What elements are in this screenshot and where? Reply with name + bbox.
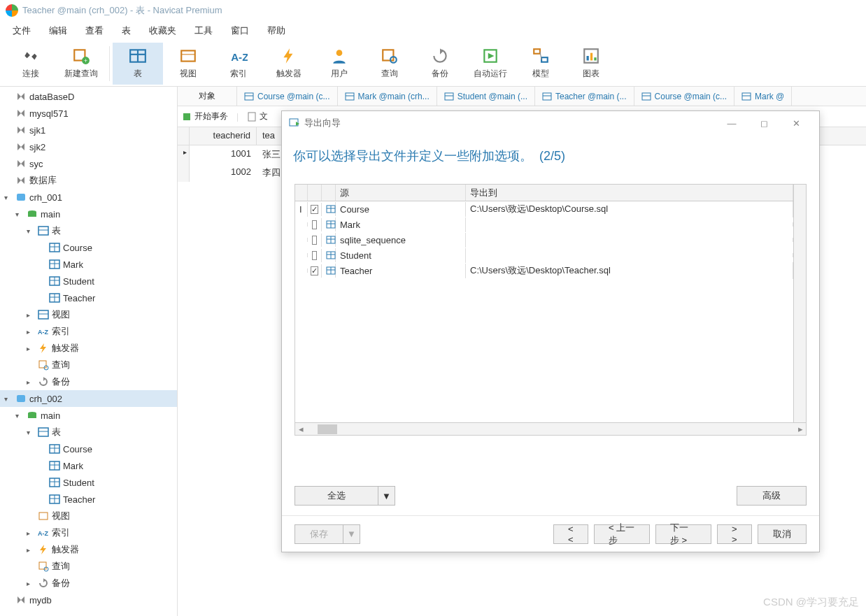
tree-item-表[interactable]: ▾表 xyxy=(0,424,177,440)
cancel-button[interactable]: 取消 xyxy=(758,524,807,544)
tool-view[interactable]: 视图 xyxy=(163,43,213,85)
dest-cell[interactable] xyxy=(466,253,793,257)
select-all-dropdown[interactable]: ▼ xyxy=(378,486,395,506)
dest-cell[interactable]: C:\Users\致远\Desktop\Teacher.sql xyxy=(466,262,793,279)
tool-connect[interactable]: 连接 xyxy=(6,43,56,85)
tool-user[interactable]: 用户 xyxy=(314,43,364,85)
tool-table[interactable]: 表 xyxy=(113,43,163,85)
tree-item-main[interactable]: ▾main xyxy=(0,407,177,424)
source-cell[interactable]: Student xyxy=(336,248,466,263)
tree-item-Student[interactable]: Student xyxy=(0,273,177,289)
vertical-scrollbar[interactable] xyxy=(793,185,806,422)
tree-item-dataBaseD[interactable]: dataBaseD xyxy=(0,88,177,105)
row-checkbox[interactable]: ✓ xyxy=(308,203,322,216)
save-dropdown[interactable]: ▼ xyxy=(343,524,360,544)
tree-item-索引[interactable]: ▸A-Z索引 xyxy=(0,524,177,541)
tree-item-Teacher[interactable]: Teacher xyxy=(0,491,177,508)
source-cell[interactable]: sqlite_sequence xyxy=(336,233,466,248)
tree-item-表[interactable]: ▾表 xyxy=(0,222,177,239)
export-row[interactable]: sqlite_sequence xyxy=(295,232,793,248)
tree-item-触发器[interactable]: ▸触发器 xyxy=(0,541,177,558)
tree-item-查询[interactable]: 查询 xyxy=(0,558,177,575)
row-checkbox[interactable]: ✓ xyxy=(308,264,322,278)
sidebar-tree[interactable]: dataBaseDmysql571sjk1sjk2syc数据库▾crh_001▾… xyxy=(0,87,178,616)
tree-item-Course[interactable]: Course xyxy=(0,440,177,457)
close-button[interactable]: ✕ xyxy=(780,112,812,134)
tree-item-触发器[interactable]: ▸触发器 xyxy=(0,340,177,357)
menu-file[interactable]: 文件 xyxy=(4,22,39,40)
tab-item[interactable]: Teacher @main (... xyxy=(535,87,634,106)
tree-item-crh_001[interactable]: ▾crh_001 xyxy=(0,189,177,206)
tree-item-索引[interactable]: ▸A-Z索引 xyxy=(0,323,177,340)
begin-transaction-button[interactable]: 开始事务 xyxy=(182,110,228,122)
first-button[interactable]: < < xyxy=(553,524,588,544)
export-row[interactable]: I✓CourseC:\Users\致远\Desktop\Course.sql xyxy=(295,201,793,217)
tree-item-备份[interactable]: ▸备份 xyxy=(0,575,177,592)
dest-cell[interactable] xyxy=(466,222,793,227)
save-button[interactable]: 保存 xyxy=(294,524,343,544)
export-row[interactable]: ✓TeacherC:\Users\致远\Desktop\Teacher.sql xyxy=(295,263,793,278)
tab-item[interactable]: Course @main (c... xyxy=(237,87,338,106)
tree-item-crh_002[interactable]: ▾crh_002 xyxy=(0,390,177,407)
tree-item-视图[interactable]: 视图 xyxy=(0,508,177,524)
dest-cell[interactable] xyxy=(466,238,793,242)
tab-item[interactable]: Mark @ xyxy=(734,87,792,106)
tree-item-sjk2[interactable]: sjk2 xyxy=(0,138,177,155)
tree-item-Mark[interactable]: Mark xyxy=(0,256,177,273)
tool-backup[interactable]: 备份 xyxy=(415,43,465,85)
back-button[interactable]: < 上一步 xyxy=(594,524,650,544)
tool-query[interactable]: 查询 xyxy=(364,43,415,85)
menu-table[interactable]: 表 xyxy=(113,22,139,40)
next-button[interactable]: 下一步 > xyxy=(655,524,711,544)
tool-index[interactable]: A-Z索引 xyxy=(213,43,264,85)
tree-item-备份[interactable]: ▸备份 xyxy=(0,373,177,390)
maximize-button[interactable]: ◻ xyxy=(748,112,780,134)
menu-view[interactable]: 查看 xyxy=(77,22,112,40)
cell[interactable]: 1001 xyxy=(190,145,257,164)
source-cell[interactable]: Course xyxy=(336,202,466,217)
cell[interactable]: 1002 xyxy=(190,164,257,182)
tab-item[interactable]: Course @main (c... xyxy=(634,87,735,106)
horizontal-scrollbar[interactable]: ◂▸ xyxy=(295,422,806,435)
tree-item-查询[interactable]: 查询 xyxy=(0,357,177,373)
tree-item-Course[interactable]: Course xyxy=(0,239,177,256)
tool-newquery[interactable]: +新建查询 xyxy=(56,43,106,85)
tree-item-mysql571[interactable]: mysql571 xyxy=(0,105,177,122)
tree-item-main[interactable]: ▾main xyxy=(0,206,177,222)
menu-edit[interactable]: 编辑 xyxy=(41,22,76,40)
tree-item-Student[interactable]: Student xyxy=(0,474,177,491)
tool-trigger[interactable]: 触发器 xyxy=(264,43,314,85)
row-checkbox[interactable] xyxy=(308,218,322,231)
row-checkbox[interactable] xyxy=(308,249,322,262)
select-all-button[interactable]: 全选 xyxy=(294,486,378,506)
tab-item[interactable]: Mark @main (crh... xyxy=(338,87,437,106)
source-cell[interactable]: Mark xyxy=(336,217,466,232)
col-header[interactable]: teacherid xyxy=(190,127,257,145)
tree-item-视图[interactable]: ▸视图 xyxy=(0,306,177,323)
tree-item-Teacher[interactable]: Teacher xyxy=(0,289,177,306)
dest-cell[interactable]: C:\Users\致远\Desktop\Course.sql xyxy=(466,201,793,217)
source-cell[interactable]: Teacher xyxy=(336,264,466,278)
menu-tools[interactable]: 工具 xyxy=(186,22,221,40)
export-file-grid[interactable]: 源 导出到 I✓CourseC:\Users\致远\Desktop\Course… xyxy=(294,184,807,436)
tree-item-syc[interactable]: syc xyxy=(0,155,177,172)
tool-autorun[interactable]: 自动运行 xyxy=(465,43,516,85)
tab-item[interactable]: Student @main (... xyxy=(437,87,535,106)
menu-favorites[interactable]: 收藏夹 xyxy=(141,22,185,40)
tree-item-mydb[interactable]: mydb xyxy=(0,592,177,608)
tool-model[interactable]: 模型 xyxy=(516,43,566,85)
tab-objects[interactable]: 对象 xyxy=(178,87,237,106)
tool-chart[interactable]: 图表 xyxy=(566,43,616,85)
last-button[interactable]: > > xyxy=(717,524,752,544)
tree-item-Mark[interactable]: Mark xyxy=(0,457,177,474)
menu-window[interactable]: 窗口 xyxy=(222,22,257,40)
text-button[interactable]: 文 xyxy=(247,110,268,122)
export-row[interactable]: Student xyxy=(295,248,793,263)
row-checkbox[interactable] xyxy=(308,234,322,247)
export-row[interactable]: Mark xyxy=(295,217,793,232)
tree-item-数据库[interactable]: 数据库 xyxy=(0,172,177,189)
tree-item-sjk1[interactable]: sjk1 xyxy=(0,122,177,138)
menu-help[interactable]: 帮助 xyxy=(259,22,294,40)
minimize-button[interactable]: — xyxy=(716,112,748,134)
advanced-button[interactable]: 高级 xyxy=(737,486,807,506)
